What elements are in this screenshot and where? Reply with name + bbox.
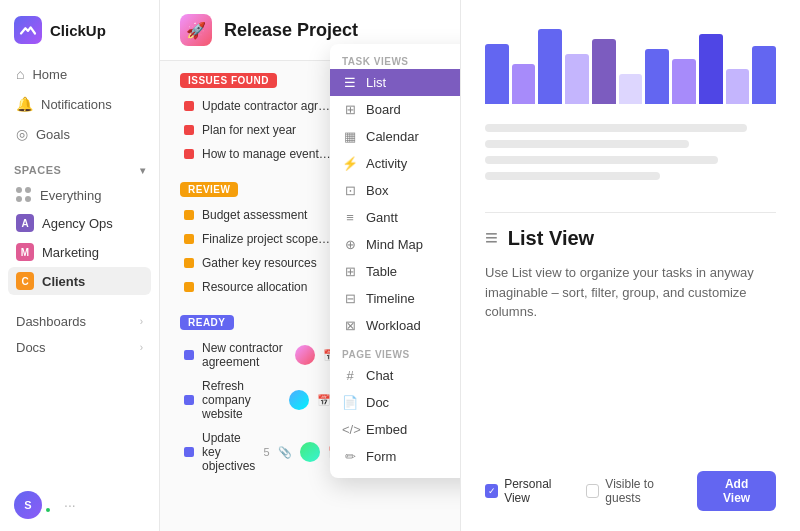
- dropdown-item-calendar[interactable]: ▦ Calendar: [330, 123, 460, 150]
- sidebar-item-notifications-label: Notifications: [41, 97, 112, 112]
- dropdown-item-form[interactable]: ✏ Form: [330, 443, 460, 470]
- task-name: New contractor agreement: [202, 341, 287, 369]
- logo[interactable]: ClickUp: [0, 0, 159, 56]
- dropdown-item-doc[interactable]: 📄 Doc: [330, 389, 460, 416]
- dropdown-item-mindmap[interactable]: ⊕ Mind Map: [330, 231, 460, 258]
- task-checkbox: [184, 125, 194, 135]
- sidebar: ClickUp ⌂ Home 🔔 Notifications ◎ Goals S…: [0, 0, 160, 531]
- add-view-button[interactable]: Add View: [697, 471, 776, 511]
- agency-icon: A: [16, 214, 34, 232]
- dropdown-label-mindmap: Mind Map: [366, 237, 423, 252]
- task-checkbox: [184, 210, 194, 220]
- task-avatars: [289, 390, 309, 410]
- guest-view-wrap[interactable]: Visible to guests: [586, 477, 687, 505]
- guest-label: Visible to guests: [605, 477, 687, 505]
- clickup-logo-icon: [14, 16, 42, 44]
- home-icon: ⌂: [16, 66, 24, 82]
- personal-view-wrap[interactable]: ✓ Personal View: [485, 477, 576, 505]
- project-title: Release Project: [224, 20, 358, 41]
- dropdown-item-timeline[interactable]: ⊟ Timeline: [330, 285, 460, 312]
- calendar-icon: 📅: [317, 394, 331, 407]
- mindmap-icon: ⊕: [342, 237, 358, 252]
- dropdown-item-gantt[interactable]: ≡ Gantt: [330, 204, 460, 231]
- dropdown-item-activity[interactable]: ⚡ Activity: [330, 150, 460, 177]
- dropdown-item-list[interactable]: ☰ List: [330, 69, 460, 96]
- list-view-description: Use List view to organize your tasks in …: [485, 263, 776, 322]
- dropdown-label-list: List: [366, 75, 386, 90]
- task-checkbox: [184, 350, 194, 360]
- chevron-icon: ▾: [140, 165, 146, 176]
- dropdown-label-box: Box: [366, 183, 388, 198]
- issues-badge: ISSUES FOUND: [180, 73, 277, 88]
- task-avatars: [295, 345, 315, 365]
- sidebar-item-clients[interactable]: C Clients: [8, 267, 151, 295]
- clients-icon: C: [16, 272, 34, 290]
- sidebar-item-everything[interactable]: Everything: [8, 182, 151, 208]
- dropdown-item-box[interactable]: ⊡ Box: [330, 177, 460, 204]
- dashboards-label: Dashboards: [16, 314, 86, 329]
- dropdown-label-timeline: Timeline: [366, 291, 415, 306]
- sidebar-item-notifications[interactable]: 🔔 Notifications: [8, 90, 151, 118]
- dropdown-item-chat[interactable]: # Chat: [330, 362, 460, 389]
- chart-bars: [485, 24, 776, 104]
- box-icon: ⊡: [342, 183, 358, 198]
- task-checkbox: [184, 395, 194, 405]
- marketing-label: Marketing: [42, 245, 99, 260]
- guest-checkbox[interactable]: [586, 484, 599, 498]
- task-views-label: TASK VIEWS: [330, 52, 460, 69]
- chart-bar: [512, 64, 536, 104]
- personal-view-label: Personal View: [504, 477, 576, 505]
- dropdown-item-workload[interactable]: ⊠ Workload: [330, 312, 460, 339]
- table-icon: ⊞: [342, 264, 358, 279]
- chart-lines: [485, 124, 776, 180]
- dropdown-label-calendar: Calendar: [366, 129, 419, 144]
- list-view-label: List View: [508, 227, 594, 250]
- sidebar-item-agency[interactable]: A Agency Ops: [8, 209, 151, 237]
- ellipsis-icon: ···: [64, 497, 76, 513]
- dropdown-item-table[interactable]: ⊞ Table: [330, 258, 460, 285]
- right-panel-footer: ✓ Personal View Visible to guests Add Vi…: [485, 471, 776, 511]
- list-icon: ☰: [342, 75, 358, 90]
- main-content: 🚀 Release Project ISSUES FOUND Update co…: [160, 0, 460, 531]
- chart-line: [485, 172, 660, 180]
- chart-bar: [726, 69, 750, 104]
- sidebar-item-goals[interactable]: ◎ Goals: [8, 120, 151, 148]
- ready-badge: READY: [180, 315, 234, 330]
- task-avatar: [300, 442, 320, 462]
- chart-bar: [565, 54, 589, 104]
- task-checkbox: [184, 149, 194, 159]
- personal-view-checkbox[interactable]: ✓: [485, 484, 498, 498]
- online-status-indicator: [44, 506, 52, 514]
- chart-bar: [699, 34, 723, 104]
- chevron-right-icon-docs: ›: [140, 342, 143, 353]
- chart-line: [485, 124, 747, 132]
- dropdown-label-form: Form: [366, 449, 396, 464]
- task-checkbox: [184, 258, 194, 268]
- sidebar-item-goals-label: Goals: [36, 127, 70, 142]
- dropdown-label-embed: Embed: [366, 422, 407, 437]
- spaces-section-header: Spaces ▾: [0, 152, 159, 180]
- dropdown-label-table: Table: [366, 264, 397, 279]
- sidebar-bottom: Dashboards › Docs ›: [0, 301, 159, 368]
- logo-text: ClickUp: [50, 22, 106, 39]
- paperclip-icon: 📎: [278, 446, 292, 459]
- sidebar-item-home[interactable]: ⌂ Home: [8, 60, 151, 88]
- task-checkbox: [184, 101, 194, 111]
- sidebar-item-home-label: Home: [32, 67, 67, 82]
- workload-icon: ⊠: [342, 318, 358, 333]
- chart-bar: [619, 74, 643, 104]
- dropdown-item-embed[interactable]: </> Embed: [330, 416, 460, 443]
- user-avatar[interactable]: S: [14, 491, 42, 519]
- task-avatar: [295, 345, 315, 365]
- task-avatars: [300, 442, 320, 462]
- marketing-icon: M: [16, 243, 34, 261]
- sidebar-item-dashboards[interactable]: Dashboards ›: [8, 309, 151, 334]
- sidebar-item-marketing[interactable]: M Marketing: [8, 238, 151, 266]
- sidebar-item-docs[interactable]: Docs ›: [8, 335, 151, 360]
- chart-bar: [592, 39, 616, 104]
- everything-icon: [16, 187, 32, 203]
- dropdown-label-board: Board: [366, 102, 401, 117]
- dropdown-item-board[interactable]: ⊞ Board: [330, 96, 460, 123]
- list-view-icon: ≡: [485, 225, 498, 251]
- docs-label: Docs: [16, 340, 46, 355]
